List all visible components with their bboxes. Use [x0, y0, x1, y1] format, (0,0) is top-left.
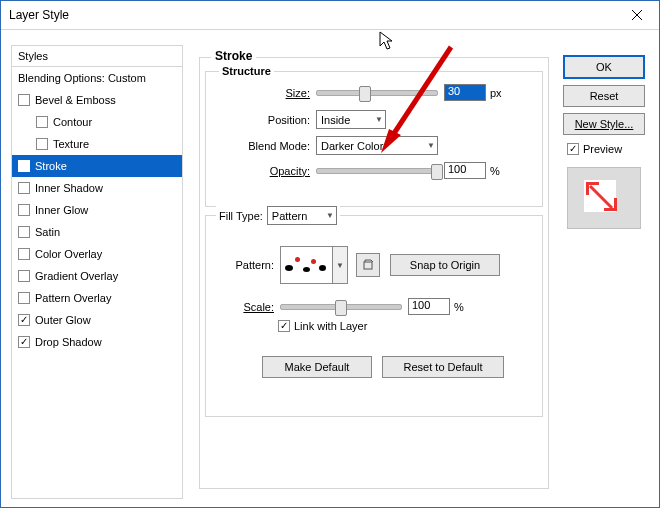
checkbox-drop-shadow[interactable] [18, 336, 30, 348]
checkbox-outer-glow[interactable] [18, 314, 30, 326]
styles-panel: Styles Blending Options: Custom Bevel & … [11, 45, 183, 499]
ok-button[interactable]: OK [563, 55, 645, 79]
structure-legend: Structure [219, 65, 274, 77]
svg-rect-2 [364, 262, 372, 269]
scale-input[interactable]: 100 [408, 298, 450, 315]
link-with-layer-checkbox[interactable] [278, 320, 290, 332]
blending-options-item[interactable]: Blending Options: Custom [12, 67, 182, 89]
blending-options-label: Blending Options: Custom [18, 72, 146, 84]
new-preset-icon [362, 259, 374, 271]
pattern-picker[interactable]: ▼ [280, 246, 348, 284]
size-label[interactable]: Size: [262, 87, 310, 99]
chevron-down-icon: ▼ [427, 141, 435, 150]
pattern-label: Pattern: [212, 259, 274, 271]
fill-fieldset: Fill Type: Pattern▼ Pattern: ▼ [205, 215, 543, 417]
chevron-down-icon: ▼ [326, 211, 334, 220]
size-slider[interactable] [316, 90, 438, 96]
scale-slider[interactable] [280, 304, 402, 310]
styles-item-gradient-overlay[interactable]: Gradient Overlay [12, 265, 182, 287]
blend-mode-label: Blend Mode: [234, 140, 310, 152]
styles-item-contour[interactable]: Contour [12, 111, 182, 133]
new-preset-button[interactable] [356, 253, 380, 277]
size-unit: px [490, 87, 502, 99]
checkbox-bevel[interactable] [18, 94, 30, 106]
window-title: Layer Style [9, 8, 69, 22]
close-icon [632, 10, 642, 20]
fill-type-label: Fill Type: [219, 210, 263, 222]
stroke-legend: Stroke [211, 49, 256, 63]
close-button[interactable] [615, 1, 659, 29]
snap-to-origin-button[interactable]: Snap to Origin [390, 254, 500, 276]
checkbox-stroke[interactable] [18, 160, 30, 172]
styles-item-drop-shadow[interactable]: Drop Shadow [12, 331, 182, 353]
opacity-slider[interactable] [316, 168, 438, 174]
styles-item-pattern-overlay[interactable]: Pattern Overlay [12, 287, 182, 309]
reset-button[interactable]: Reset [563, 85, 645, 107]
checkbox-contour[interactable] [36, 116, 48, 128]
checkbox-texture[interactable] [36, 138, 48, 150]
styles-item-satin[interactable]: Satin [12, 221, 182, 243]
styles-item-inner-shadow[interactable]: Inner Shadow [12, 177, 182, 199]
preview-label: Preview [583, 143, 622, 155]
checkbox-satin[interactable] [18, 226, 30, 238]
checkbox-gradient-overlay[interactable] [18, 270, 30, 282]
structure-fieldset: Size: 30 px Position: Inside▼ Blend Mode… [205, 71, 543, 207]
opacity-unit: % [490, 165, 500, 177]
chevron-down-icon: ▼ [336, 261, 344, 270]
styles-item-stroke[interactable]: Stroke [12, 155, 182, 177]
preview-checkbox[interactable] [567, 143, 579, 155]
cursor-icon [379, 31, 395, 51]
chevron-down-icon: ▼ [375, 115, 383, 124]
scale-unit: % [454, 301, 464, 313]
layer-style-dialog: Layer Style Styles Blending Options: Cus… [0, 0, 660, 508]
styles-item-texture[interactable]: Texture [12, 133, 182, 155]
make-default-button[interactable]: Make Default [262, 356, 372, 378]
reset-to-default-button[interactable]: Reset to Default [382, 356, 504, 378]
size-input[interactable]: 30 [444, 84, 486, 101]
styles-item-color-overlay[interactable]: Color Overlay [12, 243, 182, 265]
fill-type-select[interactable]: Pattern▼ [267, 206, 337, 225]
styles-item-bevel[interactable]: Bevel & Emboss [12, 89, 182, 111]
opacity-input[interactable]: 100 [444, 162, 486, 179]
right-column: OK Reset New Style... Preview [563, 55, 645, 229]
checkbox-inner-shadow[interactable] [18, 182, 30, 194]
checkbox-color-overlay[interactable] [18, 248, 30, 260]
new-style-button[interactable]: New Style... [563, 113, 645, 135]
titlebar: Layer Style [1, 1, 659, 30]
styles-header[interactable]: Styles [12, 46, 182, 67]
blend-mode-select[interactable]: Darker Color▼ [316, 136, 438, 155]
checkbox-pattern-overlay[interactable] [18, 292, 30, 304]
styles-item-inner-glow[interactable]: Inner Glow [12, 199, 182, 221]
checkbox-inner-glow[interactable] [18, 204, 30, 216]
preview-thumbnail [567, 167, 641, 229]
opacity-label[interactable]: Opacity: [246, 165, 310, 177]
position-label: Position: [246, 114, 310, 126]
position-select[interactable]: Inside▼ [316, 110, 386, 129]
svg-line-3 [590, 186, 612, 208]
styles-item-outer-glow[interactable]: Outer Glow [12, 309, 182, 331]
scale-label[interactable]: Scale: [226, 301, 274, 313]
link-with-layer-label: Link with Layer [294, 320, 367, 332]
